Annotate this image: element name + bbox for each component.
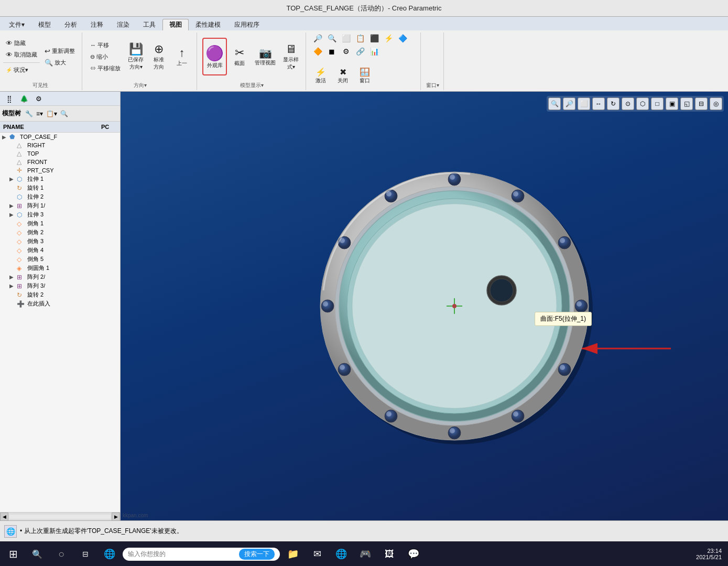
item-icon-part: ⬟	[9, 133, 19, 140]
tree-item-extrude2[interactable]: ⬡ 拉伸 2	[0, 192, 120, 201]
vp-btn-view5[interactable]: ◎	[710, 97, 722, 110]
tab-annotation[interactable]: 注释	[84, 19, 110, 30]
tree-item-right[interactable]: △ RIGHT	[0, 141, 120, 149]
btn-pan[interactable]: ↔ 平移	[88, 40, 123, 50]
viewport[interactable]: 🔍 🔎 ⬜ ↔ ↻ ⊙ ⬡ □ ▣ ◱ ⊟ ◎	[121, 92, 728, 520]
vp-btn-orient[interactable]: ⬡	[636, 97, 649, 110]
btn-d8[interactable]: 🔶	[311, 46, 324, 57]
btn-manage-view[interactable]: 📷 管理视图	[252, 38, 278, 75]
tree-item-revolve2[interactable]: ↻ 旋转 2	[0, 290, 120, 299]
btn-section[interactable]: ✂ 截面	[229, 38, 250, 75]
tree-item-chamfer3[interactable]: ◇ 倒角 3	[0, 237, 120, 246]
model-tree-filter[interactable]: 📋▾	[46, 110, 57, 117]
vp-btn-view4[interactable]: ⊟	[695, 97, 708, 110]
tree-item-round1[interactable]: ◈ 倒圆角 1	[0, 264, 120, 273]
lp-icon-gear[interactable]: ⚙	[32, 93, 45, 104]
lp-icon-tree[interactable]: 🌲	[18, 93, 30, 104]
item-label-chamfer3: 倒角 3	[27, 237, 44, 245]
btn-up[interactable]: ↑ 上一	[171, 38, 192, 75]
scroll-track[interactable]	[9, 515, 111, 519]
btn-pan-zoom[interactable]: ⇔ 平移缩放	[88, 63, 123, 73]
tab-render[interactable]: 渲染	[110, 19, 136, 30]
vp-btn-view3[interactable]: ◱	[680, 97, 693, 110]
tree-item-revolve1[interactable]: ↻ 旋转 1	[0, 183, 120, 192]
btn-hide[interactable]: 👁隐藏	[3, 38, 40, 49]
tab-view[interactable]: 视图	[162, 19, 189, 30]
btn-status[interactable]: ⚡状况▾	[3, 65, 40, 75]
expand-icon-pattern1: ▶	[9, 203, 17, 209]
model-tree-settings[interactable]: 🔧	[25, 110, 33, 117]
tab-file[interactable]: 文件▾	[2, 19, 31, 30]
tree-item-front[interactable]: △ FRONT	[0, 158, 120, 166]
btn-appearance-lib[interactable]: 🟣 外观库	[202, 38, 227, 75]
svg-point-30	[386, 411, 392, 417]
btn-readjust[interactable]: ↩重新调整	[42, 46, 78, 56]
btn-activate[interactable]: ⚡ 激活	[311, 61, 330, 90]
taskbar-cortana-btn[interactable]: ○	[50, 543, 72, 565]
vp-btn-zoom-in[interactable]: 🔍	[548, 97, 561, 110]
btn-d9[interactable]: ◼	[325, 46, 338, 57]
tree-item-pattern1[interactable]: ▶ ⊞ 阵列 1/	[0, 201, 120, 210]
tab-model[interactable]: 模型	[31, 19, 58, 30]
btn-d4[interactable]: 📋	[354, 32, 366, 44]
tree-item-extrude3[interactable]: ▶ ⬡ 拉伸 3	[0, 210, 120, 219]
btn-d12[interactable]: 📊	[368, 46, 381, 57]
tree-item-chamfer5[interactable]: ◇ 倒角 5	[0, 255, 120, 264]
vp-btn-zoom-area[interactable]: ⬜	[578, 97, 590, 110]
btn-d5[interactable]: ⬛	[368, 32, 381, 44]
btn-unhide[interactable]: 👁取消隐藏	[3, 50, 40, 60]
vp-btn-zoom-out[interactable]: 🔎	[563, 97, 575, 110]
tree-item-chamfer2[interactable]: ◇ 倒角 2	[0, 228, 120, 237]
tree-item-chamfer1[interactable]: ◇ 倒角 1	[0, 219, 120, 228]
tree-item-pattern2[interactable]: ▶ ⊞ 阵列 2/	[0, 273, 120, 281]
taskbar-taskview-btn[interactable]: ⊟	[74, 543, 96, 565]
tree-item-top[interactable]: △ TOP	[0, 149, 120, 158]
model-tree-menu[interactable]: ≡▾	[36, 110, 43, 117]
btn-d1[interactable]: 🔎	[311, 32, 324, 44]
btn-saved-direction[interactable]: 💾 已保存方向▾	[125, 38, 146, 75]
btn-zoom-in[interactable]: 🔍放大	[42, 57, 78, 68]
btn-d3[interactable]: ⬜	[340, 32, 352, 44]
vp-btn-pan[interactable]: ↔	[592, 97, 605, 110]
tree-item-extrude1[interactable]: ▶ ⬡ 拉伸 1	[0, 175, 120, 183]
tree-item-root[interactable]: ▶ ⬟ TOP_CASE_F	[0, 133, 120, 141]
btn-display-style[interactable]: 🖥 显示样式▾	[280, 38, 301, 75]
taskbar-search-submit[interactable]: 搜索一下	[239, 549, 275, 560]
tree-item-chamfer4[interactable]: ◇ 倒角 4	[0, 246, 120, 255]
scroll-left-btn[interactable]: ◀	[0, 513, 8, 521]
taskbar-folder-btn[interactable]: 📁	[282, 543, 304, 565]
taskbar-search-input[interactable]	[128, 550, 236, 558]
tree-item-insert-here[interactable]: ➕ 在此插入	[0, 299, 120, 308]
btn-zoom-out[interactable]: ⊖ 缩小	[88, 51, 123, 62]
vp-btn-rotate[interactable]: ↻	[607, 97, 620, 110]
lp-icon-grid[interactable]: ⣿	[3, 93, 16, 104]
tab-apps[interactable]: 应用程序	[227, 19, 266, 30]
taskbar-chrome-btn[interactable]: 🌐	[330, 543, 352, 565]
vp-btn-view1[interactable]: □	[651, 97, 664, 110]
taskbar-game-btn[interactable]: 🎮	[354, 543, 376, 565]
taskbar-chat-btn[interactable]: 💬	[403, 543, 425, 565]
scroll-right-btn[interactable]: ▶	[112, 513, 120, 521]
btn-d10[interactable]: ⚙	[340, 46, 352, 57]
vp-btn-spin[interactable]: ⊙	[622, 97, 634, 110]
btn-close[interactable]: ✖ 关闭	[333, 61, 352, 90]
taskbar-ie-btn[interactable]: 🌐	[99, 543, 121, 565]
tab-flex-modeling[interactable]: 柔性建模	[189, 19, 227, 30]
taskbar-search-box[interactable]: 搜索一下	[123, 548, 280, 561]
taskbar-mail-btn[interactable]: ✉	[306, 543, 328, 565]
tab-tools[interactable]: 工具	[136, 19, 162, 30]
tree-item-prt-csy[interactable]: ✛ PRT_CSY	[0, 166, 120, 175]
model-tree-search[interactable]: 🔍	[60, 110, 68, 117]
tree-item-pattern3[interactable]: ▶ ⊞ 阵列 3/	[0, 281, 120, 290]
btn-d11[interactable]: 🔗	[354, 46, 366, 57]
btn-d6[interactable]: ⚡	[382, 32, 395, 44]
taskbar-start-btn[interactable]: ⊞	[2, 543, 24, 565]
taskbar-photo-btn[interactable]: 🖼	[378, 543, 400, 565]
btn-std-direction[interactable]: ⊕ 标准方向	[148, 38, 169, 75]
btn-window[interactable]: 🪟 窗口	[355, 61, 374, 90]
vp-btn-view2[interactable]: ▣	[666, 97, 678, 110]
tab-analysis[interactable]: 分析	[58, 19, 84, 30]
btn-d2[interactable]: 🔍	[325, 32, 338, 44]
btn-d7[interactable]: 🔷	[396, 32, 409, 44]
taskbar-search-btn[interactable]: 🔍	[26, 543, 48, 565]
